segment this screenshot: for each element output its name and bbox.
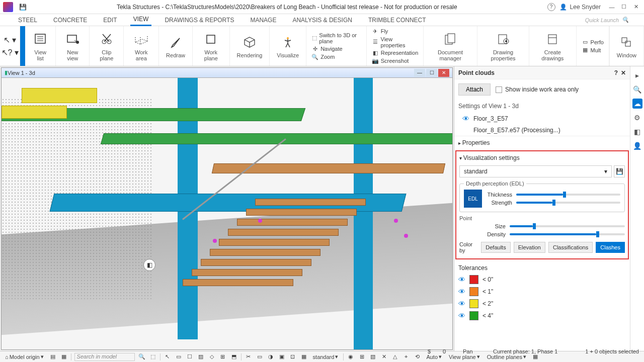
rail-cube-icon[interactable]: ◧ — [632, 127, 642, 137]
auto-dropdown[interactable]: Auto▾ — [424, 353, 444, 360]
close-button[interactable]: ✕ — [632, 3, 640, 11]
ribbon-handle[interactable] — [20, 26, 25, 66]
status-icon[interactable]: ◇ — [208, 353, 216, 360]
preset-dropdown[interactable]: standard▾ — [459, 165, 612, 177]
size-slider[interactable] — [510, 225, 625, 227]
status-icon[interactable]: △ — [391, 353, 399, 360]
visualize-button[interactable]: Visualize — [270, 26, 306, 66]
preset-save-button[interactable]: 💾 — [614, 165, 625, 177]
screenshot-button[interactable]: 📷Screenshot — [372, 58, 419, 64]
drawing-properties-button[interactable]: Drawing properties — [477, 26, 529, 66]
create-drawings-button[interactable]: Create drawings — [529, 26, 576, 66]
rail-user-icon[interactable]: 👤 — [632, 141, 642, 151]
panel-help-icon[interactable]: ? — [614, 69, 618, 76]
status-icon[interactable]: ⬚ — [149, 353, 157, 360]
help-icon[interactable]: ? — [547, 3, 555, 11]
strength-slider[interactable] — [516, 202, 620, 204]
visibility-eye-icon[interactable]: 👁 — [458, 276, 465, 284]
view-maximize-button[interactable]: ☐ — [426, 69, 437, 77]
document-manager-button[interactable]: Document manager — [424, 26, 477, 66]
redraw-button[interactable]: Redraw — [159, 26, 193, 66]
mult-button[interactable]: ▦Mult — [582, 47, 604, 53]
status-icon[interactable]: ▨ — [197, 353, 205, 360]
tab-drawings[interactable]: DRAWINGS & REPORTS — [162, 15, 237, 26]
status-icon[interactable]: ▭ — [175, 353, 183, 360]
quick-launch[interactable]: Quick Launch🔍 — [585, 17, 629, 23]
outline-planes-dropdown[interactable]: Outline planes▾ — [485, 353, 528, 360]
status-icon[interactable]: ▦ — [60, 353, 68, 360]
status-icon[interactable]: ◑ — [267, 353, 275, 360]
status-icon[interactable]: ◉ — [347, 353, 355, 360]
view-list-button[interactable]: View list — [25, 26, 56, 66]
work-plane-button[interactable]: Work plane — [193, 26, 230, 66]
rail-search-icon[interactable]: 🔍 — [632, 84, 642, 95]
rail-settings-icon[interactable]: ⚙ — [632, 113, 642, 123]
work-area-button[interactable]: Work area — [124, 26, 159, 66]
status-icon[interactable]: ▣ — [278, 353, 286, 360]
maximize-button[interactable]: ☐ — [620, 3, 628, 11]
status-icon[interactable]: ✂ — [245, 353, 253, 360]
perfo-button[interactable]: ▭Perfo — [582, 39, 604, 45]
status-icon[interactable]: ⌖ — [402, 353, 410, 360]
model-canvas[interactable]: ◧ — [2, 78, 452, 349]
attach-button[interactable]: Attach — [458, 83, 491, 96]
status-icon[interactable]: ⬒ — [230, 353, 238, 360]
view-properties-button[interactable]: ☰View properties — [372, 36, 419, 48]
status-icon[interactable]: ⟲ — [413, 353, 421, 360]
visibility-eye-icon[interactable]: 👁 — [458, 300, 465, 308]
status-icon[interactable]: ☐ — [186, 353, 194, 360]
model-origin-dropdown[interactable]: ⌂ Model origin ▾ — [3, 353, 46, 360]
cursor-help[interactable]: ↖? ▾ — [2, 48, 19, 57]
colorby-classifications[interactable]: Classifications — [548, 242, 593, 253]
file-row-0[interactable]: 👁 Floor_3_E57 — [454, 113, 630, 125]
status-icon[interactable]: ⊞ — [219, 353, 227, 360]
color-swatch[interactable] — [469, 311, 478, 320]
rendering-button[interactable]: Rendering — [230, 26, 270, 66]
density-slider[interactable] — [510, 233, 625, 235]
color-swatch[interactable] — [469, 299, 478, 308]
navigate-button[interactable]: ✢Navigate — [311, 46, 361, 52]
minimize-button[interactable]: — — [608, 3, 616, 11]
file-row-1[interactable]: Floor_8_E57.e57 (Processing...) — [454, 125, 630, 136]
fly-button[interactable]: ✈Fly — [372, 28, 419, 35]
status-icon[interactable]: ⊞ — [358, 353, 366, 360]
panel-close-icon[interactable]: ✕ — [621, 69, 626, 76]
save-icon[interactable]: 💾 — [19, 4, 27, 11]
status-icon[interactable]: ▦ — [300, 353, 308, 360]
status-icon[interactable]: ✕ — [380, 353, 388, 360]
thickness-slider[interactable] — [516, 194, 620, 196]
standard-dropdown[interactable]: standard▾ — [311, 353, 341, 360]
tab-manage[interactable]: MANAGE — [247, 15, 279, 26]
window-button[interactable]: Window — [609, 26, 644, 66]
status-icon[interactable]: ▤ — [49, 353, 57, 360]
colorby-defaults[interactable]: Defaults — [481, 242, 510, 253]
view-minimize-button[interactable]: — — [414, 69, 425, 77]
view-plane-dropdown[interactable]: View plane▾ — [447, 353, 482, 360]
search-icon[interactable]: 🔍 — [138, 353, 146, 360]
cursor-tool[interactable]: ↖ ▾ — [4, 35, 16, 45]
clip-plane-button[interactable]: Clip plane — [90, 26, 124, 66]
vis-settings-header[interactable]: Visualization settings — [459, 153, 625, 162]
rail-cloud-icon[interactable]: ☁ — [632, 99, 642, 109]
tab-steel[interactable]: STEEL — [15, 15, 40, 26]
tab-concrete[interactable]: CONCRETE — [50, 15, 90, 26]
edl-toggle[interactable]: EDL — [464, 190, 482, 208]
cursor-icon[interactable]: ↖ — [164, 353, 172, 360]
switch-3d-button[interactable]: ⬚Switch to 3D or plane — [311, 32, 361, 44]
tab-edit[interactable]: EDIT — [100, 15, 120, 26]
rail-expand-icon[interactable]: ▸ — [632, 70, 642, 80]
tab-analysis[interactable]: ANALYSIS & DESIGN — [289, 15, 355, 26]
properties-section[interactable]: Properties — [454, 136, 630, 149]
status-icon[interactable]: ▦ — [531, 353, 539, 360]
view-close-button[interactable]: ✕ — [438, 69, 449, 77]
representation-button[interactable]: ◧Representation — [372, 50, 419, 56]
visibility-eye-icon[interactable]: 👁 — [462, 115, 469, 123]
visibility-eye-icon[interactable]: 👁 — [458, 288, 465, 296]
status-icon[interactable]: ▧ — [369, 353, 377, 360]
colorby-clashes[interactable]: Clashes — [596, 242, 625, 253]
zoom-button[interactable]: 🔍Zoom — [311, 54, 361, 60]
show-inside-checkbox[interactable]: Show inside work area only — [496, 86, 579, 93]
color-swatch[interactable] — [469, 275, 478, 284]
visibility-eye-icon[interactable]: 👁 — [458, 312, 465, 320]
color-swatch[interactable] — [469, 287, 478, 296]
